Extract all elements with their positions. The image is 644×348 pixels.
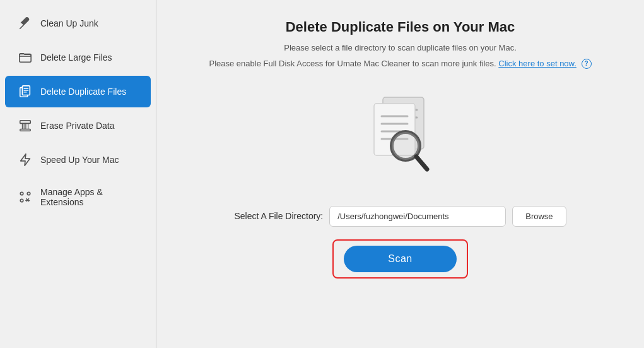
svg-point-7 (27, 192, 30, 195)
scan-button[interactable]: Scan (344, 246, 456, 272)
svg-point-8 (20, 199, 23, 202)
svg-point-6 (20, 192, 23, 195)
duplicate-icon (16, 85, 34, 99)
folder-icon (16, 51, 34, 64)
help-icon[interactable]: ? (582, 59, 592, 69)
sidebar-item-erase-private-data-label: Erase Private Data (40, 121, 115, 131)
subtitle-text2: Please enable Full Disk Access for Umate… (209, 59, 496, 68)
svg-rect-3 (20, 121, 31, 124)
sidebar-item-clean-up-junk[interactable]: Clean Up Junk (5, 8, 151, 39)
file-directory-input[interactable] (329, 206, 506, 227)
main-content: Delete Duplicate Files on Your Mac Pleas… (156, 0, 644, 348)
svg-rect-0 (20, 54, 31, 63)
svg-line-20 (416, 157, 427, 169)
page-title: Delete Duplicate Files on Your Mac (286, 19, 515, 35)
sidebar-item-manage-apps-extensions[interactable]: Manage Apps & Extensions (5, 178, 151, 216)
sidebar-item-delete-large-files-label: Delete Large Files (40, 52, 112, 63)
lightning-icon (16, 153, 34, 167)
sidebar-item-erase-private-data[interactable]: Erase Private Data (5, 110, 151, 141)
svg-rect-4 (20, 129, 31, 131)
scan-area: Scan (344, 246, 456, 272)
sidebar: Clean Up Junk Delete Large Files Delete … (0, 0, 156, 348)
sidebar-item-delete-duplicate-files[interactable]: Delete Duplicate Files (5, 76, 151, 107)
sidebar-item-clean-up-junk-label: Clean Up Junk (40, 18, 98, 28)
full-disk-access-link[interactable]: Click here to set now. (498, 59, 577, 68)
file-directory-row: Select A File Directory: Browse (234, 206, 566, 227)
sidebar-item-delete-duplicate-files-label: Delete Duplicate Files (40, 87, 126, 97)
apps-icon (16, 190, 34, 204)
broom-icon (16, 16, 34, 30)
sidebar-item-speed-up-mac-label: Speed Up Your Mac (40, 155, 119, 165)
file-directory-label: Select A File Directory: (234, 211, 323, 221)
duplicate-files-illustration (350, 86, 451, 187)
sidebar-item-delete-large-files[interactable]: Delete Large Files (5, 42, 151, 73)
subtitle-line2: Please enable Full Disk Access for Umate… (209, 57, 591, 71)
subtitle-line1: Please select a file directory to scan d… (284, 42, 517, 55)
sidebar-item-speed-up-mac[interactable]: Speed Up Your Mac (5, 144, 151, 176)
shredder-icon (16, 119, 34, 133)
browse-button[interactable]: Browse (512, 206, 566, 227)
svg-marker-5 (21, 154, 30, 165)
sidebar-item-manage-apps-extensions-label: Manage Apps & Extensions (40, 187, 139, 207)
